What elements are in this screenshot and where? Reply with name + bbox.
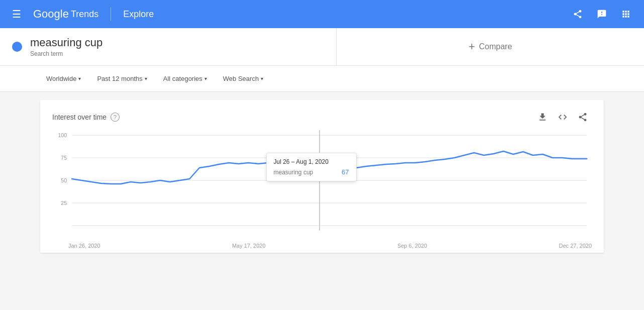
header-divider (111, 7, 111, 21)
header-icons (568, 4, 636, 24)
search-term-label: Search term (30, 50, 102, 57)
svg-text:100: 100 (58, 132, 67, 138)
x-label-may: May 17, 2020 (232, 243, 266, 249)
compare-plus-icon: + (469, 40, 475, 53)
search-term-section: measuring cup Search term (0, 28, 337, 65)
tooltip-row: measuring cup 67 (274, 168, 349, 176)
share-icon (573, 9, 583, 19)
tooltip-value: 67 (342, 168, 349, 176)
feedback-button[interactable] (592, 4, 612, 24)
x-label-dec: Dec 27, 2020 (559, 243, 592, 249)
chart-card: Interest over time ? (40, 100, 604, 253)
chart-share-icon (578, 112, 588, 122)
region-chevron-icon: ▾ (78, 76, 81, 81)
tooltip-term: measuring cup (274, 169, 313, 176)
chart-tooltip: Jul 26 – Aug 1, 2020 measuring cup 67 (266, 153, 357, 181)
region-filter[interactable]: Worldwide ▾ (40, 71, 87, 86)
search-type-chevron-icon: ▾ (261, 76, 263, 81)
chart-svg: 100 75 50 25 (52, 130, 592, 241)
time-filter[interactable]: Past 12 months ▾ (91, 71, 153, 86)
svg-text:75: 75 (61, 155, 67, 161)
chart-share-button[interactable] (574, 108, 592, 126)
menu-icon[interactable]: ☰ (8, 4, 25, 24)
feedback-icon (597, 9, 607, 19)
category-chevron-icon: ▾ (204, 76, 207, 81)
search-term-info: measuring cup Search term (30, 36, 102, 57)
svg-text:50: 50 (61, 177, 67, 183)
embed-button[interactable] (554, 108, 572, 126)
search-area: measuring cup Search term + Compare (0, 28, 644, 66)
help-icon[interactable]: ? (111, 113, 120, 122)
x-axis-labels: Jan 26, 2020 May 17, 2020 Sep 6, 2020 De… (52, 241, 592, 253)
search-type-filter-label: Web Search (223, 75, 259, 82)
search-term-text: measuring cup (30, 36, 102, 49)
help-icon-text: ? (114, 114, 117, 120)
category-filter-label: All categories (163, 75, 202, 82)
chart-title-area: Interest over time ? (52, 113, 120, 122)
header: ☰ Google Trends Explore (0, 0, 644, 28)
tooltip-date: Jul 26 – Aug 1, 2020 (274, 158, 349, 165)
header-logo: Google Trends (33, 8, 98, 21)
share-button[interactable] (568, 4, 588, 24)
svg-text:25: 25 (61, 200, 67, 206)
x-label-sep: Sep 6, 2020 (397, 243, 427, 249)
apps-icon (621, 9, 631, 19)
embed-icon (558, 112, 568, 122)
compare-section[interactable]: + Compare (337, 28, 644, 65)
region-filter-label: Worldwide (46, 75, 76, 82)
download-icon (538, 112, 548, 122)
chart-header: Interest over time ? (52, 108, 592, 126)
download-button[interactable] (533, 108, 552, 126)
search-term-dot (12, 42, 22, 52)
trends-logo-text: Trends (71, 9, 98, 20)
search-type-filter[interactable]: Web Search ▾ (217, 71, 269, 86)
chart-area: 100 75 50 25 Jul 26 – Aug 1, 2020 (52, 130, 592, 241)
x-label-jan: Jan 26, 2020 (68, 243, 100, 249)
compare-label: Compare (479, 42, 512, 51)
main-content: Interest over time ? (0, 92, 644, 261)
explore-label: Explore (123, 9, 154, 20)
apps-button[interactable] (616, 4, 636, 24)
time-filter-label: Past 12 months (97, 75, 142, 82)
filters-bar: Worldwide ▾ Past 12 months ▾ All categor… (0, 66, 644, 92)
chart-actions (533, 108, 592, 126)
google-logo-text: Google (33, 8, 69, 21)
time-chevron-icon: ▾ (145, 76, 147, 81)
category-filter[interactable]: All categories ▾ (157, 71, 213, 86)
chart-title: Interest over time (52, 113, 106, 121)
